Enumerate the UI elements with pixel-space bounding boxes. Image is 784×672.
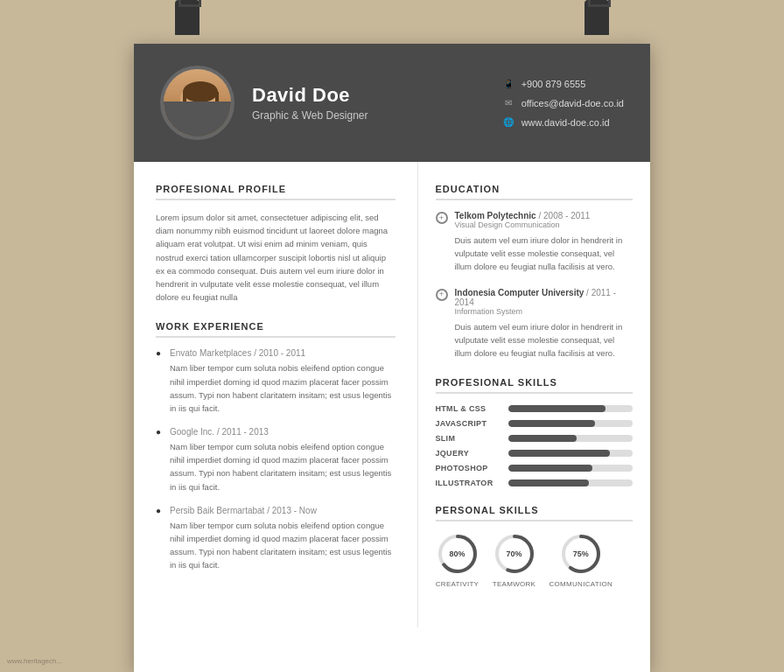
skill-jquery: JQUERY (436, 449, 634, 458)
skills-section: PROFESIONAL SKILLS HTML & CSS JAVASCRIPT (436, 377, 634, 487)
edu-desc-2: Duis autem vel eum iriure dolor in hendr… (455, 320, 634, 360)
header-job-title: Graphic & Web Designer (252, 109, 485, 122)
education-section-title: EDUCATION (436, 184, 634, 200)
work-item-2: Google Inc. / 2011 - 2013 Nam liber temp… (156, 427, 396, 494)
contact-website: 🌐 www.david-doe.co.id (502, 116, 624, 129)
edu-degree-1: Visual Design Communication (455, 220, 634, 229)
edu-icon-2 (436, 289, 448, 301)
skill-javascript: JAVASCRIPT (436, 419, 634, 428)
edu-desc-1: Duis autem vel eum iriure dolor in hendr… (455, 234, 634, 274)
avatar-image (164, 69, 231, 136)
skill-html-css: HTML & CSS (436, 404, 634, 413)
communication-label: COMMUNICATION (550, 580, 613, 588)
circle-creativity: 80% (436, 532, 480, 576)
skills-section-title: PROFESIONAL SKILLS (436, 377, 634, 394)
avatar (160, 66, 234, 140)
skill-bar-bg-photoshop (508, 465, 634, 472)
email-address: offices@david-doe.co.id (522, 98, 624, 108)
edu-item-2: Indonesia Computer University / 2011 - 2… (436, 288, 634, 360)
personal-skills-list: 80% CREATIVITY 70% (436, 532, 634, 588)
work-company-1: Envato Marketplaces / (170, 348, 256, 358)
personal-skill-creativity: 80% CREATIVITY (436, 532, 480, 588)
skill-bar-bg-illustrator (508, 480, 634, 486)
header-info: David Doe Graphic & Web Designer (252, 84, 485, 122)
svg-rect-4 (183, 92, 186, 104)
email-icon: ✉ (502, 97, 514, 109)
skill-bar-fill-html-css (508, 405, 606, 412)
skill-bar-bg-html-css (508, 405, 634, 412)
skill-label-slim: SLIM (436, 434, 501, 443)
skill-bar-bg-slim (508, 435, 634, 442)
work-title-3: Persib Baik Bermartabat / 2013 - Now (170, 506, 396, 515)
edu-school-1: Telkom Polytechnic / 2008 - 2011 (455, 211, 634, 220)
website-url: www.david-doe.co.id (522, 117, 610, 128)
skill-bar-bg-javascript (508, 420, 634, 427)
skill-bar-fill-jquery (508, 450, 611, 457)
personal-skills-section: PERSONAL SKILLS 80% CREATIVITY (436, 505, 634, 588)
skill-bar-fill-javascript (508, 420, 596, 427)
work-company-3: Persib Baik Bermartabat / (170, 506, 270, 515)
creativity-percent: 80% (449, 550, 465, 558)
edu-period-1: / 2008 - 2011 (538, 211, 590, 220)
header-contacts: 📱 +900 879 6555 ✉ offices@david-doe.co.i… (502, 78, 624, 129)
work-period-3: 2013 - Now (272, 506, 317, 515)
work-desc-2: Nam liber tempor cum soluta nobis eleife… (170, 440, 396, 494)
resume-body: PROFESIONAL PROFILE Lorem ipsum dolor si… (134, 162, 650, 627)
profile-section-title: PROFESIONAL PROFILE (156, 184, 396, 200)
circle-communication: 75% (559, 532, 603, 576)
skill-label-javascript: JAVASCRIPT (436, 419, 501, 428)
phone-icon: 📱 (502, 78, 514, 90)
work-title-1: Envato Marketplaces / 2010 - 2011 (170, 348, 396, 358)
svg-point-3 (183, 81, 218, 102)
contact-phone: 📱 +900 879 6555 (502, 78, 624, 90)
resume-document: David Doe Graphic & Web Designer 📱 +900 … (134, 44, 650, 672)
work-desc-3: Nam liber tempor cum soluta nobis eleife… (170, 519, 396, 572)
skill-photoshop: PHOTOSHOP (436, 464, 634, 472)
communication-percent: 75% (573, 550, 589, 558)
edu-icon-1 (436, 212, 448, 224)
svg-point-0 (174, 135, 227, 136)
svg-point-6 (191, 102, 196, 107)
personal-skill-teamwork: 70% TEAMWORK (493, 532, 536, 588)
svg-point-8 (199, 109, 202, 113)
work-item-3: Persib Baik Bermartabat / 2013 - Now Nam… (156, 506, 396, 572)
skill-slim: SLIM (436, 434, 634, 443)
skill-illustrator: ILLUSTRATOR (436, 479, 634, 487)
page-wrapper: David Doe Graphic & Web Designer 📱 +900 … (0, 0, 784, 672)
profile-text: Lorem ipsum dolor sit amet, consectetuer… (156, 211, 396, 304)
work-company-2: Google Inc. / (170, 427, 220, 437)
binder-clip-left (175, 0, 200, 35)
personal-skills-title: PERSONAL SKILLS (436, 505, 634, 522)
work-section-title: WORK EXPERIENCE (156, 321, 396, 338)
left-column: PROFESIONAL PROFILE Lorem ipsum dolor si… (134, 162, 418, 627)
skill-bar-fill-photoshop (508, 465, 593, 472)
skill-bar-fill-slim (508, 435, 577, 442)
svg-rect-1 (195, 120, 206, 130)
skill-bar-fill-illustrator (508, 480, 590, 486)
education-section: EDUCATION Telkom Polytechnic / 2008 - 20… (436, 184, 634, 360)
work-desc-1: Nam liber tempor cum soluta nobis eleife… (170, 361, 396, 415)
teamwork-label: TEAMWORK (493, 580, 536, 588)
skill-label-illustrator: ILLUSTRATOR (436, 479, 501, 487)
edu-period-2: / 2011 - 2014 (455, 288, 617, 307)
work-period-2: 2011 - 2013 (221, 427, 268, 437)
edu-school-2: Indonesia Computer University / 2011 - 2… (455, 288, 634, 307)
teamwork-percent: 70% (506, 550, 522, 558)
skill-bar-bg-jquery (508, 450, 634, 457)
edu-item-1: Telkom Polytechnic / 2008 - 2011 Visual … (436, 211, 634, 274)
edu-degree-2: Information System (455, 307, 634, 316)
profile-section: PROFESIONAL PROFILE Lorem ipsum dolor si… (156, 184, 396, 304)
work-item-1: Envato Marketplaces / 2010 - 2011 Nam li… (156, 348, 396, 415)
skill-label-photoshop: PHOTOSHOP (436, 464, 501, 472)
svg-point-7 (206, 102, 211, 107)
personal-skill-communication: 75% COMMUNICATION (550, 532, 613, 588)
globe-icon: 🌐 (502, 116, 514, 129)
header-name: David Doe (252, 84, 485, 107)
creativity-label: CREATIVITY (436, 580, 480, 588)
svg-rect-5 (215, 92, 219, 104)
skill-label-jquery: JQUERY (436, 449, 501, 458)
resume-header: David Doe Graphic & Web Designer 📱 +900 … (134, 44, 650, 162)
work-title-2: Google Inc. / 2011 - 2013 (170, 427, 396, 437)
circle-teamwork: 70% (493, 532, 536, 576)
phone-number: +900 879 6555 (522, 79, 586, 89)
